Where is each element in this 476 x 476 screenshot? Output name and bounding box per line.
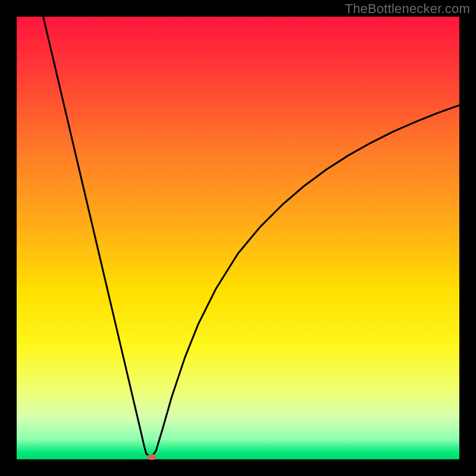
chart-container: TheBottlenecker.com	[0, 0, 476, 476]
optimum-marker	[147, 454, 156, 460]
bottleneck-chart	[0, 0, 476, 476]
plot-area	[17, 17, 459, 459]
attribution-label: TheBottlenecker.com	[345, 1, 470, 17]
